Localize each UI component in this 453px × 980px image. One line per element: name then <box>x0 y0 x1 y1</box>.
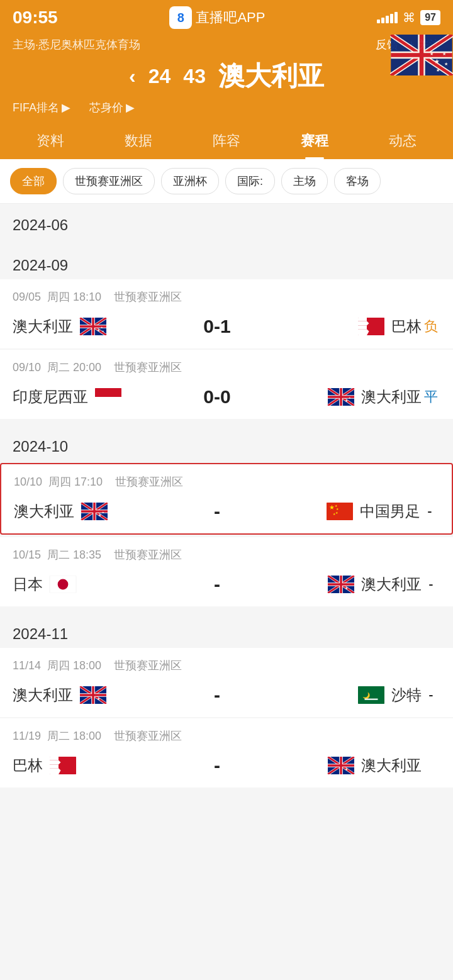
match-row[interactable]: 巴林 - <box>0 749 453 788</box>
svg-text:★: ★ <box>102 511 104 514</box>
home-team: 日本 <box>13 574 186 594</box>
battery-indicator: 97 <box>420 10 440 25</box>
match-row[interactable]: 印度尼西亚 0-0 ★ <box>0 380 453 419</box>
divider <box>0 420 453 425</box>
header: 09:55 8 直播吧APP ⌘ 97 主场·悉尼奥林匹克体育场 反馈 + 关注 <box>0 0 453 123</box>
match-datetime: 09/10 周二 20:00 <box>13 360 101 375</box>
team-name: 澳大利亚 <box>218 58 324 94</box>
svg-marker-27 <box>358 318 367 321</box>
status-icons: ⌘ 97 <box>377 10 440 25</box>
aus-flag-icon: ★ ★ ★ <box>79 318 107 335</box>
tab-rongyu[interactable]: 阵容 <box>203 123 250 159</box>
month-section-2024-10: 2024-10 <box>0 425 453 460</box>
away-team: 🌙 沙特 <box>249 685 422 705</box>
match-datetime: 09/05 周四 18:10 <box>13 289 101 304</box>
match-row[interactable]: 澳大利亚 ★ ★ ★ 0-1 <box>0 309 453 348</box>
svg-text:★: ★ <box>98 513 101 517</box>
tab-shuju[interactable]: 数据 <box>115 123 162 159</box>
match-row[interactable]: 日本 - ★ <box>0 567 453 606</box>
home-team: 印度尼西亚 <box>13 387 186 407</box>
svg-text:★: ★ <box>349 397 351 399</box>
match-datetime: 10/10 周四 17:10 <box>14 474 103 489</box>
home-team: 澳大利亚 ★ <box>13 685 186 705</box>
bah-flag-icon-2 <box>49 757 77 774</box>
svg-text:★: ★ <box>345 399 348 403</box>
home-team: 巴林 <box>13 755 186 776</box>
aus-flag-icon-5: ★ <box>79 686 107 704</box>
match-group-1015: 10/15 周二 18:35 世预赛亚洲区 日本 - <box>0 537 453 606</box>
tab-saicheng[interactable]: 赛程 <box>291 123 338 159</box>
signal-icon <box>377 12 398 23</box>
filter-all[interactable]: 全部 <box>10 168 57 194</box>
month-label: 2024-06 <box>13 216 68 233</box>
jpn-flag-icon <box>49 576 77 593</box>
away-team: ★ 澳大利亚 <box>249 574 422 594</box>
aus-flag-icon-2: ★ ★ <box>327 388 355 406</box>
month-section-2024-09: 2024-09 <box>0 244 453 279</box>
svg-text:★: ★ <box>430 52 433 56</box>
player-value-item[interactable]: 芯身价 ▶ <box>89 100 135 115</box>
svg-rect-85 <box>365 699 378 700</box>
status-time: 09:55 <box>13 8 58 28</box>
back-rank: 24 <box>148 65 171 88</box>
svg-text:★: ★ <box>101 326 103 329</box>
filter-asian-cup[interactable]: 亚洲杯 <box>161 168 219 194</box>
stats-row: FIFA排名 ▶ 芯身价 ▶ <box>0 97 453 123</box>
wifi-icon: ⌘ <box>403 10 415 25</box>
svg-text:★: ★ <box>434 58 440 65</box>
svg-marker-88 <box>50 760 61 765</box>
app-name: 直播吧APP <box>196 8 265 27</box>
match-score: - <box>186 501 249 522</box>
match-type: 世预赛亚洲区 <box>114 360 182 375</box>
team-header-row: 主场·悉尼奥林匹克体育场 反馈 + 关注 <box>0 32 453 52</box>
svg-text:★: ★ <box>436 68 440 72</box>
tab-ziliao[interactable]: 资料 <box>27 123 74 159</box>
match-group-0905: 09/05 周四 18:10 世预赛亚洲区 澳大利亚 ★ ★ <box>0 279 453 348</box>
match-group-1114: 11/14 周四 18:00 世预赛亚洲区 澳大利亚 ★ <box>0 648 453 717</box>
sau-flag-icon: 🌙 <box>357 686 385 704</box>
match-datetime: 11/19 周二 18:00 <box>13 728 101 743</box>
svg-text:★: ★ <box>444 62 448 66</box>
match-group-1119: 11/19 周二 18:00 世预赛亚洲区 巴林 - <box>0 718 453 788</box>
match-score: 0-0 <box>186 386 249 408</box>
filter-home[interactable]: 主场 <box>281 168 328 194</box>
match-type: 世预赛亚洲区 <box>114 289 182 304</box>
app-branding: 8 直播吧APP <box>169 6 265 29</box>
svg-point-62 <box>58 579 69 590</box>
team-main-row: ‹ 24 43 澳大利亚 ★ ★ ★ ★ ★ <box>0 52 453 97</box>
app-icon: 8 <box>169 6 192 29</box>
match-score: - <box>186 684 249 706</box>
forward-rank: 43 <box>183 65 206 88</box>
match-result: 平 <box>422 387 440 406</box>
svg-text:★: ★ <box>102 330 104 333</box>
fifa-rank-item[interactable]: FIFA排名 ▶ <box>13 100 70 115</box>
svg-rect-31 <box>95 388 121 397</box>
home-team: 澳大利亚 ★ ★ ★ <box>13 316 186 337</box>
match-row[interactable]: 澳大利亚 ★ - 🌙 <box>0 678 453 717</box>
away-team: 巴林 <box>249 316 422 337</box>
match-type: 世预赛亚洲区 <box>114 547 182 562</box>
svg-text:★: ★ <box>442 52 446 56</box>
away-team: ★ 澳大利亚 <box>249 755 422 776</box>
filter-away[interactable]: 客场 <box>334 168 381 194</box>
month-section-2024-11: 2024-11 <box>0 613 453 648</box>
home-team: 澳大利亚 ★ ★ <box>14 501 186 521</box>
match-group-1010-highlighted: 10/10 周四 17:10 世预赛亚洲区 澳大利亚 ★ ★ <box>0 463 453 535</box>
aus-flag-icon-6: ★ <box>327 757 355 774</box>
bah-flag-icon <box>357 318 385 335</box>
month-label: 2024-09 <box>13 257 68 274</box>
back-button[interactable]: ‹ <box>129 65 136 88</box>
match-type: 世预赛亚洲区 <box>114 658 182 673</box>
match-row[interactable]: 澳大利亚 ★ ★ - ★ <box>1 494 452 533</box>
filter-international[interactable]: 国际: <box>225 168 275 194</box>
divider <box>0 239 453 244</box>
match-group-0910: 09/10 周二 20:00 世预赛亚洲区 印度尼西亚 0-0 <box>0 350 453 419</box>
svg-rect-32 <box>95 397 121 406</box>
filter-bar: 全部 世预赛亚洲区 亚洲杯 国际: 主场 客场 <box>0 159 453 204</box>
filter-worldcup-asia[interactable]: 世预赛亚洲区 <box>63 168 155 194</box>
svg-text:🌙: 🌙 <box>362 691 371 699</box>
idn-flag-icon <box>94 388 122 406</box>
match-score: 0-1 <box>186 316 249 337</box>
svg-text:★: ★ <box>97 328 100 332</box>
tab-dongtai[interactable]: 动态 <box>379 123 426 159</box>
